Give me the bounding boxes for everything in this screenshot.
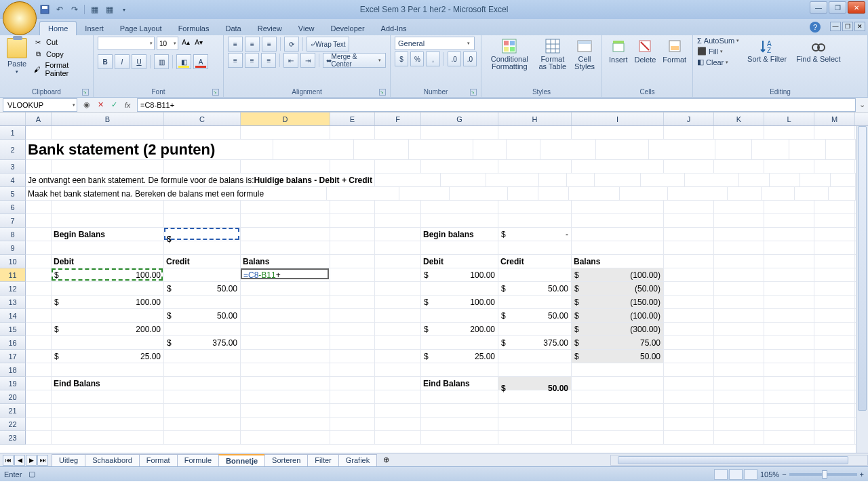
save-icon[interactable] bbox=[39, 4, 50, 15]
row-header[interactable]: 12 bbox=[0, 282, 26, 296]
grow-font-icon[interactable]: A▴ bbox=[180, 37, 191, 47]
row-header[interactable]: 11 bbox=[0, 268, 26, 282]
page-break-view-button[interactable] bbox=[744, 469, 757, 480]
fill-color-button[interactable]: ◧ bbox=[176, 54, 191, 69]
row-header[interactable]: 23 bbox=[0, 431, 26, 445]
underline-button[interactable]: U bbox=[132, 54, 146, 69]
tab-data[interactable]: Data bbox=[217, 22, 249, 35]
tab-formulas[interactable]: Formulas bbox=[170, 22, 218, 35]
align-middle-button[interactable]: ≡ bbox=[245, 37, 260, 52]
align-left-button[interactable]: ≡ bbox=[228, 53, 243, 68]
close-button[interactable]: ✕ bbox=[848, 1, 865, 14]
col-header[interactable]: A bbox=[26, 113, 52, 125]
mdi-restore-button[interactable]: ❐ bbox=[842, 22, 853, 31]
merge-center-button[interactable]: ⬌ Merge & Center ▾ bbox=[323, 53, 386, 68]
new-sheet-button[interactable]: ⊕ bbox=[379, 454, 393, 466]
col-header[interactable]: H bbox=[498, 113, 572, 125]
format-cells-button[interactable]: Format bbox=[660, 37, 689, 65]
accounting-format-button[interactable]: $ bbox=[395, 52, 408, 66]
row-header[interactable]: 2 bbox=[0, 140, 26, 160]
row-header[interactable]: 20 bbox=[0, 390, 26, 404]
fill-button[interactable]: ⬛Fill▾ bbox=[697, 47, 741, 56]
tab-page-layout[interactable]: Page Layout bbox=[112, 22, 170, 35]
sheet-tab[interactable]: Formule bbox=[177, 454, 219, 466]
formula-input[interactable]: =C8-B11+ bbox=[137, 98, 856, 112]
cut-button[interactable]: ✂Cut bbox=[33, 37, 89, 47]
row-header[interactable]: 9 bbox=[0, 241, 26, 255]
align-top-button[interactable]: ≡ bbox=[228, 37, 243, 52]
bold-button[interactable]: B bbox=[98, 54, 113, 69]
next-sheet-button[interactable]: ▶ bbox=[26, 455, 37, 466]
align-center-button[interactable]: ≡ bbox=[245, 53, 260, 68]
worksheet-grid[interactable]: A B C D E F G H I J K L M 12345678910111… bbox=[0, 113, 868, 453]
decrease-indent-button[interactable]: ⇤ bbox=[283, 53, 298, 68]
enter-formula-icon[interactable]: ✓ bbox=[108, 100, 119, 110]
mdi-minimize-button[interactable]: — bbox=[830, 22, 841, 31]
sheet-tab[interactable]: Sorteren bbox=[264, 454, 308, 466]
align-right-button[interactable]: ≡ bbox=[261, 53, 276, 68]
copy-button[interactable]: ⧉Copy bbox=[33, 49, 89, 60]
tab-view[interactable]: View bbox=[290, 22, 323, 35]
delete-cells-button[interactable]: Delete bbox=[632, 37, 659, 65]
row-header[interactable]: 13 bbox=[0, 296, 26, 309]
zoom-level[interactable]: 105% bbox=[760, 470, 779, 479]
row-header[interactable]: 22 bbox=[0, 418, 26, 431]
zoom-in-button[interactable]: + bbox=[860, 470, 864, 479]
sort-filter-button[interactable]: AZSort & Filter bbox=[745, 37, 789, 68]
decrease-decimal-button[interactable]: .0 bbox=[463, 52, 477, 66]
tab-home[interactable]: Home bbox=[39, 21, 77, 35]
orientation-button[interactable]: ⟳ bbox=[284, 37, 299, 52]
zoom-out-button[interactable]: − bbox=[782, 470, 786, 479]
zoom-slider[interactable] bbox=[789, 473, 857, 476]
page-layout-view-button[interactable] bbox=[729, 469, 743, 480]
range-select-icon[interactable]: ◉ bbox=[81, 100, 92, 110]
row-header[interactable]: 14 bbox=[0, 309, 26, 323]
col-header[interactable]: I bbox=[572, 113, 664, 125]
cells-area[interactable]: Bank statement (2 punten)Je ontvangt een… bbox=[26, 126, 856, 445]
tab-developer[interactable]: Developer bbox=[322, 22, 372, 35]
sheet-tab[interactable]: Grafiek bbox=[338, 454, 377, 466]
comma-button[interactable]: , bbox=[426, 52, 439, 66]
col-header[interactable]: D bbox=[241, 113, 330, 125]
dialog-launcher-icon[interactable]: ↘ bbox=[470, 89, 477, 96]
mdi-close-button[interactable]: ✕ bbox=[854, 22, 865, 31]
row-header[interactable]: 18 bbox=[0, 363, 26, 377]
insert-cells-button[interactable]: Insert bbox=[606, 37, 631, 65]
font-color-button[interactable]: A bbox=[193, 54, 208, 69]
number-format-combo[interactable]: General▾ bbox=[395, 37, 475, 50]
font-size-combo[interactable]: 10▾ bbox=[157, 37, 178, 50]
paste-button[interactable]: Paste ▾ bbox=[4, 37, 30, 81]
col-header[interactable]: F bbox=[375, 113, 421, 125]
clear-button[interactable]: ◧Clear▾ bbox=[697, 58, 741, 66]
undo-icon[interactable]: ↶ bbox=[54, 4, 65, 15]
cell-styles-button[interactable]: Cell Styles bbox=[572, 37, 597, 72]
shrink-font-icon[interactable]: A▾ bbox=[193, 37, 204, 47]
row-header[interactable]: 19 bbox=[0, 377, 26, 390]
qat-item-icon[interactable]: ▦ bbox=[89, 4, 100, 15]
row-header[interactable]: 15 bbox=[0, 323, 26, 336]
active-cell-editor[interactable]: =C8-B11+ bbox=[241, 268, 329, 279]
col-header[interactable]: B bbox=[52, 113, 164, 125]
office-button[interactable] bbox=[3, 1, 37, 35]
autosum-button[interactable]: ΣAutoSum▾ bbox=[697, 37, 741, 45]
sheet-tab[interactable]: Filter bbox=[307, 454, 338, 466]
italic-button[interactable]: I bbox=[115, 54, 130, 69]
sheet-tab[interactable]: Uitleg bbox=[52, 454, 85, 466]
qat-item2-icon[interactable]: ▦ bbox=[104, 4, 115, 15]
minimize-button[interactable]: — bbox=[810, 1, 827, 14]
row-header[interactable]: 1 bbox=[0, 126, 26, 140]
tab-insert[interactable]: Insert bbox=[77, 22, 112, 35]
font-name-combo[interactable]: ▾ bbox=[98, 37, 155, 50]
help-icon[interactable]: ? bbox=[810, 22, 821, 33]
sheet-tab[interactable]: Bonnetje bbox=[218, 454, 265, 466]
col-header[interactable]: J bbox=[664, 113, 714, 125]
row-header[interactable]: 8 bbox=[0, 228, 26, 241]
cancel-formula-icon[interactable]: ✕ bbox=[95, 100, 106, 110]
dialog-launcher-icon[interactable]: ↘ bbox=[379, 89, 386, 96]
col-header[interactable]: K bbox=[714, 113, 764, 125]
tab-addins[interactable]: Add-Ins bbox=[373, 22, 415, 35]
fx-icon[interactable]: fx bbox=[122, 100, 133, 110]
vertical-scrollbar[interactable] bbox=[856, 126, 868, 453]
row-header[interactable]: 16 bbox=[0, 336, 26, 350]
row-header[interactable]: 3 bbox=[0, 160, 26, 174]
